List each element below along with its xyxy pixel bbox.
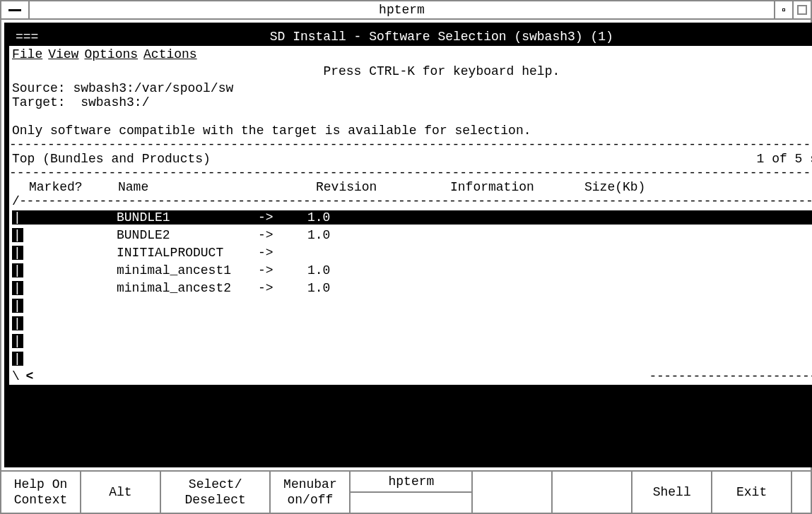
app-prefix: === <box>16 30 58 44</box>
cell-info <box>435 210 812 225</box>
fn-blank[interactable] <box>792 472 811 513</box>
fn-shell[interactable]: Shell <box>632 472 712 513</box>
col-name: Name <box>118 180 316 194</box>
cell-revision: 1.0 <box>307 228 435 242</box>
table-row[interactable]: |INITIALPRODUCT->1 <box>12 244 812 261</box>
cell-marked <box>26 228 117 242</box>
table-row: | <box>12 314 812 332</box>
cell-name: INITIALPRODUCT <box>117 246 258 260</box>
cell-name: BUNDLE2 <box>117 228 258 242</box>
hscroll-track-dashes: ------------------------------------ <box>649 369 812 383</box>
table-top-border: /---------------------------------------… <box>12 194 812 208</box>
row-border: | <box>12 281 23 295</box>
corner: \ <box>12 369 23 383</box>
cell-revision: 1.0 <box>307 263 435 277</box>
divider: ----------------------------------------… <box>9 166 812 180</box>
cell-name: minimal_ancest2 <box>117 281 258 295</box>
dot-icon <box>782 8 785 11</box>
cell-marked <box>26 210 117 225</box>
table-row: | <box>12 297 812 314</box>
table-row[interactable]: |BUNDLE1->1.01 <box>12 208 812 226</box>
table-row: | <box>12 349 812 367</box>
maximize-button[interactable] <box>792 1 811 18</box>
row-border: | <box>12 228 23 242</box>
column-headers: Marked? Name Revision Information Size(K… <box>9 180 812 194</box>
square-icon <box>797 5 807 15</box>
cell-marked <box>26 281 117 295</box>
window-title: hpterm <box>30 1 774 18</box>
row-border: | <box>12 299 23 313</box>
window-titlebar: hpterm <box>1 1 811 20</box>
cell-name: minimal_ancest1 <box>117 263 258 277</box>
cell-arrow: -> <box>258 263 307 277</box>
menu-view[interactable]: View <box>48 47 78 61</box>
menu-file[interactable]: File <box>12 47 42 61</box>
scroll-left-icon[interactable]: < <box>23 369 36 383</box>
fn-hpterm[interactable]: hpterm <box>351 472 471 493</box>
row-border: | <box>12 246 23 260</box>
row-border: | <box>12 210 23 225</box>
menu-actions[interactable]: Actions <box>143 47 197 61</box>
row-border: | <box>12 352 23 366</box>
divider: ----------------------------------------… <box>9 138 812 152</box>
function-keys: Help OnContext Alt Select/Deselect Menub… <box>1 470 811 513</box>
section-title: Top (Bundles and Products) <box>12 152 757 166</box>
app-titlebar: === SD Install - Software Selection (swb… <box>8 28 812 45</box>
cell-arrow: -> <box>258 228 307 242</box>
blank-line <box>12 109 812 124</box>
fn-blank[interactable] <box>553 472 632 513</box>
selection-count: 1 of 5 selected <box>757 152 812 166</box>
col-size: Size(Kb) <box>584 180 812 194</box>
app-title: SD Install - Software Selection (swbash3… <box>58 30 812 44</box>
cell-info <box>435 263 812 277</box>
cell-revision: 1.0 <box>307 281 435 295</box>
target-line: Target: swbash3:/ <box>12 95 812 109</box>
cell-marked <box>26 246 117 260</box>
menu-options[interactable]: Options <box>84 47 138 61</box>
window-menu-button[interactable] <box>1 1 30 18</box>
fn-select-deselect[interactable]: Select/Deselect <box>161 472 271 513</box>
cell-arrow: -> <box>258 210 307 225</box>
fn-blank[interactable] <box>473 472 553 513</box>
fn-help-on-context[interactable]: Help OnContext <box>1 472 81 513</box>
dash-icon <box>8 9 21 11</box>
source-line: Source: swbash3:/var/spool/sw <box>12 81 812 95</box>
row-border: | <box>12 316 23 330</box>
col-marked: Marked? <box>12 180 118 194</box>
cell-info <box>435 228 812 242</box>
cell-marked <box>26 263 117 277</box>
col-information: Information <box>450 180 584 194</box>
table-row[interactable]: |BUNDLE2->1.01 <box>12 226 812 244</box>
cell-arrow: -> <box>258 246 307 260</box>
minimize-button[interactable] <box>774 1 792 18</box>
table-row: | <box>12 332 812 349</box>
fn-blank[interactable] <box>351 493 471 513</box>
fn-exit[interactable]: Exit <box>712 472 792 513</box>
terminal: === SD Install - Software Selection (swb… <box>4 23 812 467</box>
cell-arrow: -> <box>258 281 307 295</box>
table-row[interactable]: |minimal_ancest2->1.01 <box>12 279 812 297</box>
keyboard-hint: Press CTRL-K for keyboard help. <box>9 63 812 81</box>
cell-revision: 1.0 <box>307 210 435 225</box>
row-border: | <box>12 334 23 348</box>
cell-info <box>435 246 812 260</box>
fn-menubar-toggle[interactable]: Menubaron/off <box>271 472 351 513</box>
row-border: | <box>12 263 23 277</box>
fn-alt[interactable]: Alt <box>81 472 161 513</box>
window-frame: hpterm === SD Install - Software Selecti… <box>0 0 812 514</box>
cell-revision <box>307 246 435 260</box>
cell-info <box>435 281 812 295</box>
software-list: |BUNDLE1->1.01|BUNDLE2->1.01|INITIALPROD… <box>12 208 812 367</box>
col-revision: Revision <box>316 180 450 194</box>
compat-line: Only software compatible with the target… <box>12 124 812 138</box>
cell-name: BUNDLE1 <box>117 210 258 225</box>
table-row[interactable]: |minimal_ancest1->1.01 <box>12 261 812 279</box>
menubar: File View Options Actions Help <box>9 46 812 63</box>
